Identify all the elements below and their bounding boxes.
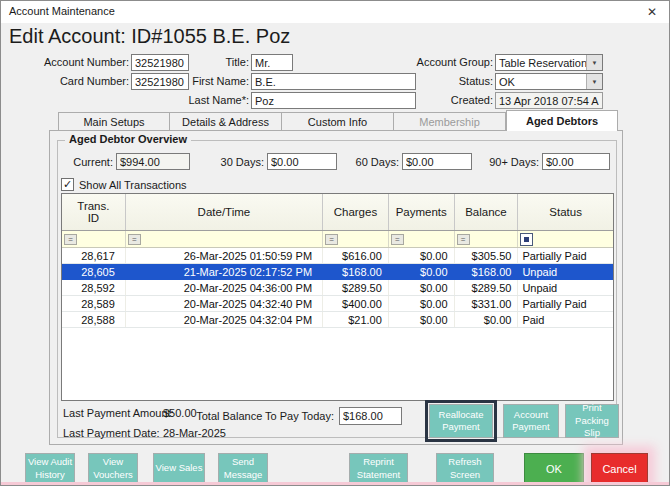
title-label: Title: xyxy=(196,56,249,68)
cell-status: Unpaid xyxy=(518,280,613,295)
cell-balance: $331.00 xyxy=(455,296,519,311)
total-balance-field[interactable] xyxy=(339,407,402,425)
status-value: OK xyxy=(496,76,586,88)
created-field xyxy=(495,92,603,109)
title-field[interactable] xyxy=(251,54,293,71)
show-all-transactions-label: Show All Transactions xyxy=(79,179,187,191)
filter-equals-icon[interactable]: = xyxy=(64,234,77,245)
cell-date-time: 20-Mar-2025 04:36:00 PM xyxy=(126,280,323,295)
cell-date-time: 20-Mar-2025 04:32:40 PM xyxy=(126,296,323,311)
cell-payments: $0.00 xyxy=(389,264,455,279)
cell-charges: $400.00 xyxy=(323,296,389,311)
last-payment-date-label: Last Payment Date: xyxy=(63,427,160,439)
cell-status: Unpaid xyxy=(518,264,613,279)
days90-field[interactable] xyxy=(542,153,610,170)
chevron-down-icon[interactable]: ▼ xyxy=(586,55,602,70)
table-header-row: Trans. ID Date/Time Charges Payments Bal… xyxy=(62,194,613,231)
account-number-field[interactable] xyxy=(131,54,189,71)
days30-field[interactable] xyxy=(267,153,337,170)
bottom-pink-strip xyxy=(1,482,669,485)
account-number-label: Account Number: xyxy=(21,56,129,68)
days30-label: 30 Days: xyxy=(209,156,264,168)
current-label: Current: xyxy=(63,156,113,168)
cell-trans-id: 28,617 xyxy=(62,248,126,263)
cell-status: Partially Paid xyxy=(518,296,613,311)
filter-equals-icon[interactable]: = xyxy=(391,234,404,245)
days60-label: 60 Days: xyxy=(344,156,399,168)
cell-charges: $289.50 xyxy=(323,280,389,295)
cell-balance: $289.50 xyxy=(455,280,519,295)
tab-aged-debtors[interactable]: Aged Debtors xyxy=(506,110,618,131)
first-name-field[interactable] xyxy=(251,73,416,90)
created-label: Created: xyxy=(438,94,493,106)
current-field[interactable] xyxy=(116,153,190,170)
cell-status: Partially Paid xyxy=(518,248,613,263)
cell-charges: $616.00 xyxy=(323,248,389,263)
status-label: Status: xyxy=(431,75,493,87)
cell-date-time: 21-Mar-2025 02:17:52 PM xyxy=(126,264,323,279)
reallocate-payment-button[interactable]: Reallocate Payment xyxy=(429,404,493,438)
cell-balance: $0.00 xyxy=(455,312,519,327)
cell-charges: $168.00 xyxy=(323,264,389,279)
col-trans-id[interactable]: Trans. ID xyxy=(62,194,126,230)
tab-details-address[interactable]: Details & Address xyxy=(170,112,282,131)
account-payment-button[interactable]: Account Payment xyxy=(503,404,559,438)
page-title: Edit Account: ID#1055 B.E. Poz xyxy=(9,25,290,48)
table-row[interactable]: 28,592 20-Mar-2025 04:36:00 PM $289.50 $… xyxy=(62,280,613,296)
table-row-selected[interactable]: 28,605 21-Mar-2025 02:17:52 PM $168.00 $… xyxy=(62,264,613,280)
col-payments[interactable]: Payments xyxy=(389,194,455,230)
col-status[interactable]: Status xyxy=(518,194,613,230)
view-sales-button[interactable]: View Sales xyxy=(153,453,205,484)
cell-payments: $0.00 xyxy=(389,312,455,327)
table-row[interactable]: 28,588 20-Mar-2025 04:32:04 PM $21.00 $0… xyxy=(62,312,613,328)
filter-equals-icon[interactable]: = xyxy=(457,234,470,245)
cell-payments: $0.00 xyxy=(389,248,455,263)
last-name-field[interactable] xyxy=(251,92,416,109)
tab-custom-info[interactable]: Custom Info xyxy=(282,112,394,131)
last-payment-amount-label: Last Payment Amount: xyxy=(63,407,174,419)
close-icon[interactable]: ✕ xyxy=(643,4,661,20)
cell-date-time: 20-Mar-2025 04:32:04 PM xyxy=(126,312,323,327)
view-audit-history-button[interactable]: View Audit History xyxy=(25,453,75,484)
tab-main-setups[interactable]: Main Setups xyxy=(58,112,170,131)
status-filter-icon[interactable] xyxy=(520,233,533,246)
cell-trans-id: 28,589 xyxy=(62,296,126,311)
tab-membership: Membership xyxy=(394,112,506,131)
cell-charges: $21.00 xyxy=(323,312,389,327)
filter-equals-icon[interactable]: = xyxy=(128,234,141,245)
first-name-label: First Name: xyxy=(179,75,249,87)
table-row[interactable]: 28,589 20-Mar-2025 04:32:40 PM $400.00 $… xyxy=(62,296,613,312)
show-all-transactions-checkbox[interactable]: ✓ xyxy=(61,178,74,191)
col-balance[interactable]: Balance xyxy=(455,194,519,230)
table-row[interactable]: 28,617 26-Mar-2025 01:50:59 PM $616.00 $… xyxy=(62,248,613,264)
cell-trans-id: 28,605 xyxy=(62,264,126,279)
cell-balance: $305.50 xyxy=(455,248,519,263)
col-date-time[interactable]: Date/Time xyxy=(126,194,323,230)
days60-field[interactable] xyxy=(402,153,472,170)
account-maintenance-dialog: Account Maintenance ✕ Edit Account: ID#1… xyxy=(0,0,670,486)
cell-payments: $0.00 xyxy=(389,280,455,295)
groupbox-title: Aged Debtor Overview xyxy=(65,133,191,145)
status-select[interactable]: OK ▼ xyxy=(495,73,603,90)
print-packing-slip-button[interactable]: Print Packing Slip xyxy=(565,404,619,438)
cell-payments: $0.00 xyxy=(389,296,455,311)
cell-balance: $168.00 xyxy=(455,264,519,279)
account-group-select[interactable]: Table Reservations ▼ xyxy=(495,54,603,71)
send-message-button[interactable]: Send Message xyxy=(218,453,268,484)
last-payment-date-value: 28-Mar-2025 xyxy=(163,427,226,439)
total-balance-label: Total Balance To Pay Today: xyxy=(186,410,334,422)
refresh-screen-button[interactable]: Refresh Screen xyxy=(436,453,494,484)
cell-trans-id: 28,592 xyxy=(62,280,126,295)
days90-label: 90+ Days: xyxy=(479,156,539,168)
ok-button[interactable]: OK xyxy=(524,453,584,484)
col-charges[interactable]: Charges xyxy=(323,194,389,230)
chevron-down-icon[interactable]: ▼ xyxy=(586,74,602,89)
cancel-button[interactable]: Cancel xyxy=(591,453,648,484)
view-vouchers-button[interactable]: View Vouchers xyxy=(88,453,138,484)
last-name-label: Last Name*: xyxy=(174,94,249,106)
reprint-statement-button[interactable]: Reprint Statement xyxy=(349,453,408,484)
title-bar: Account Maintenance xyxy=(1,1,669,23)
filter-equals-icon[interactable]: = xyxy=(325,234,338,245)
table-filter-row: = = = = = xyxy=(62,231,613,248)
cell-status: Paid xyxy=(518,312,613,327)
